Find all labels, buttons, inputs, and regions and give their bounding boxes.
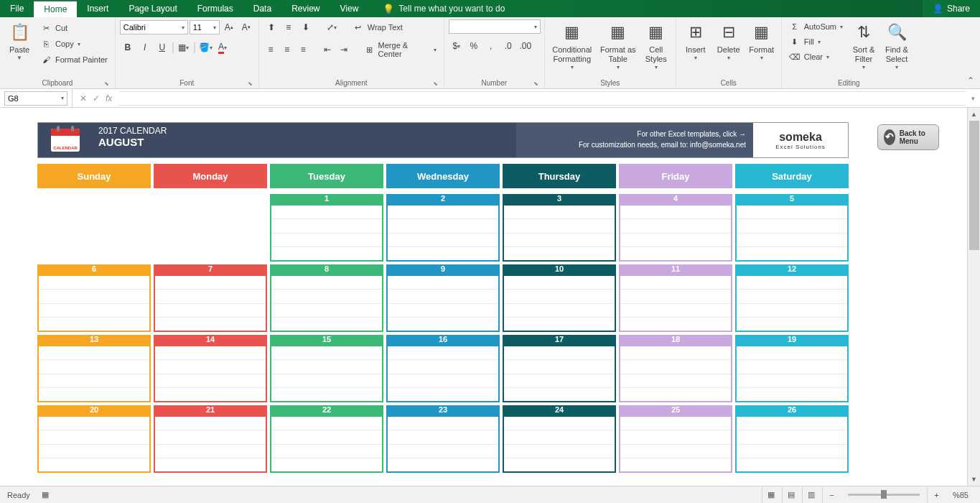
calendar-day-cell[interactable]: 6 (37, 264, 151, 332)
format-cells-button[interactable]: ▦Format▾ (747, 19, 777, 63)
day-body[interactable] (386, 417, 500, 473)
day-body[interactable] (37, 417, 151, 473)
day-body[interactable] (619, 276, 732, 332)
calendar-day-cell[interactable]: 26 (735, 405, 849, 473)
calendar-day-cell[interactable]: 2 (386, 194, 500, 262)
calendar-day-cell[interactable]: 7 (154, 264, 267, 332)
day-body[interactable] (37, 276, 151, 332)
tab-page-layout[interactable]: Page Layout (118, 0, 187, 17)
scroll-up-button[interactable]: ▲ (968, 108, 980, 121)
decrease-font-button[interactable]: A▾ (238, 19, 254, 35)
collapse-ribbon-button[interactable]: ⌃ (967, 75, 974, 86)
calendar-day-cell[interactable]: 9 (386, 264, 500, 332)
calendar-day-cell[interactable]: 25 (619, 405, 732, 473)
tab-review[interactable]: Review (281, 0, 330, 17)
merge-center-button[interactable]: ⊞Merge & Center▾ (361, 40, 439, 60)
share-button[interactable]: 👤 Share (923, 4, 980, 14)
scroll-down-button[interactable]: ▼ (968, 473, 980, 486)
autosum-button[interactable]: ΣAutoSum▾ (786, 19, 846, 34)
insert-cells-button[interactable]: ⊞Insert▾ (681, 19, 711, 63)
align-middle-button[interactable]: ≡ (281, 19, 297, 35)
day-body[interactable] (154, 417, 267, 473)
borders-button[interactable]: ▦▾ (176, 40, 192, 55)
italic-button[interactable]: I (137, 40, 153, 55)
day-body[interactable] (735, 276, 849, 332)
cancel-formula-button[interactable]: ✕ (80, 93, 87, 103)
zoom-in-button[interactable]: + (927, 487, 946, 503)
calendar-day-cell[interactable]: 21 (154, 405, 267, 473)
expand-formula-button[interactable]: ▾ (966, 95, 980, 102)
percent-button[interactable]: % (466, 38, 482, 54)
calendar-day-cell[interactable]: 14 (154, 335, 267, 402)
increase-font-button[interactable]: A▴ (221, 19, 237, 35)
calendar-day-cell[interactable]: 13 (37, 335, 151, 402)
calendar-day-cell[interactable]: 15 (270, 335, 383, 402)
fill-color-button[interactable]: 🪣▾ (197, 40, 213, 55)
day-body[interactable] (735, 346, 849, 402)
day-body[interactable] (619, 417, 732, 473)
cell-styles-button[interactable]: ▦Cell Styles▾ (641, 19, 671, 73)
delete-cells-button[interactable]: ⊟Delete▾ (714, 19, 744, 63)
launcher-icon[interactable]: ⬊ (533, 80, 538, 87)
page-layout-view-button[interactable]: ▤ (782, 487, 801, 503)
day-body[interactable] (619, 346, 732, 402)
tab-data[interactable]: Data (243, 0, 281, 17)
calendar-day-cell[interactable]: 1 (270, 194, 383, 262)
calendar-day-cell[interactable]: 3 (503, 194, 616, 262)
calendar-day-cell[interactable]: 22 (270, 405, 383, 473)
calendar-day-cell[interactable]: 8 (270, 264, 383, 332)
tab-file[interactable]: File (0, 0, 34, 17)
underline-button[interactable]: U (154, 40, 170, 55)
day-body[interactable] (270, 346, 383, 402)
align-top-button[interactable]: ⬆ (263, 19, 279, 35)
day-body[interactable] (503, 276, 616, 332)
bold-button[interactable]: B (120, 40, 136, 55)
macro-icon[interactable]: ▦ (42, 490, 49, 499)
align-left-button[interactable]: ≡ (263, 42, 279, 57)
day-body[interactable] (735, 206, 849, 262)
tell-me[interactable]: 💡 Tell me what you want to do (383, 4, 505, 14)
calendar-day-cell[interactable]: 23 (386, 405, 500, 473)
zoom-level[interactable]: %85 (947, 491, 974, 499)
day-body[interactable] (503, 417, 616, 473)
format-painter-button[interactable]: 🖌Format Painter (37, 52, 111, 67)
calendar-day-cell[interactable]: 20 (37, 405, 151, 473)
name-box[interactable]: G8▾ (4, 91, 67, 106)
day-body[interactable] (503, 206, 616, 262)
orientation-button[interactable]: ⤢▾ (324, 19, 340, 35)
paste-button[interactable]: 📋 Paste ▼ (4, 19, 34, 63)
decrease-decimal-button[interactable]: .00 (518, 38, 533, 54)
find-select-button[interactable]: 🔍Find & Select▾ (882, 19, 912, 73)
vertical-scrollbar[interactable]: ▲ ▼ (967, 108, 980, 486)
day-body[interactable] (37, 346, 151, 402)
enter-formula-button[interactable]: ✓ (93, 93, 100, 103)
day-body[interactable] (154, 276, 267, 332)
sort-filter-button[interactable]: ⇅Sort & Filter▾ (849, 19, 879, 73)
day-body[interactable] (619, 206, 732, 262)
format-as-table-button[interactable]: ▦Format as Table▾ (598, 19, 638, 73)
launcher-icon[interactable]: ⬊ (433, 80, 438, 87)
number-format-select[interactable]: ▾ (449, 19, 541, 34)
launcher-icon[interactable]: ⬊ (248, 80, 253, 87)
comma-button[interactable]: , (483, 38, 499, 54)
day-body[interactable] (735, 417, 849, 473)
calendar-day-cell[interactable]: 11 (619, 264, 732, 332)
day-body[interactable] (386, 346, 500, 402)
clear-button[interactable]: ⌫Clear▾ (786, 50, 846, 64)
launcher-icon[interactable]: ⬊ (104, 80, 109, 87)
formula-input[interactable] (119, 91, 966, 106)
zoom-slider[interactable] (848, 494, 920, 496)
day-body[interactable] (503, 346, 616, 402)
calendar-day-cell[interactable]: 18 (619, 335, 732, 402)
calendar-day-cell[interactable]: 10 (503, 264, 616, 332)
font-size-select[interactable]: 11▾ (190, 20, 220, 34)
increase-indent-button[interactable]: ⇥ (337, 42, 352, 57)
worksheet[interactable]: CALENDAR 2017 CALENDAR AUGUST For other … (0, 108, 967, 486)
brand-logo[interactable]: someka Excel Solutions (753, 123, 848, 157)
wrap-text-button[interactable]: ↩Wrap Text (350, 20, 406, 34)
tab-formulas[interactable]: Formulas (187, 0, 243, 17)
currency-button[interactable]: $▾ (449, 38, 465, 54)
calendar-day-cell[interactable]: 4 (619, 194, 732, 262)
align-center-button[interactable]: ≡ (279, 42, 294, 57)
scroll-thumb[interactable] (969, 121, 979, 250)
